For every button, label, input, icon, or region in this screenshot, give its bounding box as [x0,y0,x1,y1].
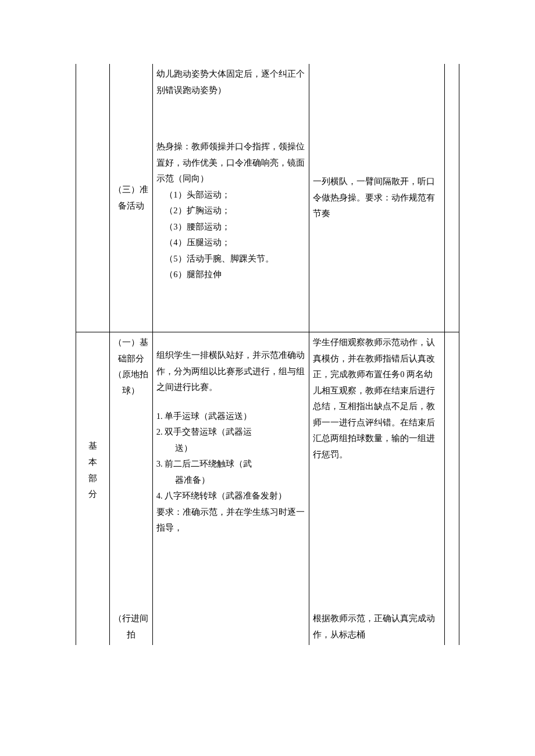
text: 一列横队，一臂间隔散开，听口令做热身操。要求：动作规范有节奏 [313,177,435,218]
text: 组织学生一排横队站好，并示范准确动作，分为两组以比赛形式进行，组与组之间进行比赛… [156,347,306,396]
cell-blank [152,608,309,645]
text: 根据教师示范，正确认真完成动作，从标志桶 [313,614,435,639]
text: 送） [156,440,306,457]
table-row: （行进间拍 根据教师示范，正确认真完成动作，从标志桶 [76,608,459,645]
cell-blank [444,64,459,332]
cell-student-activity: 根据教师示范，正确认真完成动作，从标志桶 [309,608,444,645]
cell-student-activity: 一列横队，一臂间隔散开，听口令做热身操。要求：动作规范有节奏 [309,64,444,332]
text: 要求：准确示范，并在学生练习时逐一指导， [156,504,306,536]
cell-blank [76,608,110,645]
text: 1. 单手运球（武器运送） [156,409,306,425]
text: （行进间拍 [113,614,148,639]
text: 分 [80,486,106,503]
cell-blank [444,608,459,645]
cell-teacher-activity: 组织学生一排横队站好，并示范准确动作，分为两组以比赛形式进行，组与组之间进行比赛… [152,332,309,609]
cell-section-label: （三）准备活动 [109,64,152,332]
cell-teacher-activity: 幼儿跑动姿势大体固定后，逐个纠正个别错误跑动姿势） 热身操：教师领操并口令指挥，… [152,64,309,332]
text: 学生仔细观察教师示范动作，认真模仿，并在教师指错后认真改正，完成教师布置任务0 … [313,338,435,459]
cell-student-activity: 学生仔细观察教师示范动作，认真模仿，并在教师指错后认真改正，完成教师布置任务0 … [309,332,444,609]
text: 4. 八字环绕转球（武器准备发射） [156,488,306,504]
text: （一）基础部分（原地拍球） [113,338,148,395]
text: 器准备） [156,472,306,489]
text: （5）活动手腕、脚踝关节。 [156,251,306,267]
text: 热身操：教师领操并口令指挥，领操位置好，动作优美，口令准确响亮，镜面示范（同向） [156,139,306,187]
text: 基 [80,438,106,454]
cell-blank [444,332,459,609]
text: 部 [80,471,106,487]
lesson-plan-table: （三）准备活动 幼儿跑动姿势大体固定后，逐个纠正个别错误跑动姿势） 热身操：教师… [76,64,459,645]
text: （3）腰部运动； [156,219,306,235]
table-row: （三）准备活动 幼儿跑动姿势大体固定后，逐个纠正个别错误跑动姿势） 热身操：教师… [76,64,459,332]
text: 幼儿跑动姿势大体固定后，逐个纠正个别错误跑动姿势） [156,66,306,98]
text: （4）压腿运动； [156,235,306,251]
text: 2. 双手交替运球（武器运 [156,424,306,440]
cell-main-section: 基 本 部 分 [76,332,110,609]
text: 3. 前二后二环绕触球（武 [156,456,306,472]
table-row: 基 本 部 分 （一）基础部分（原地拍球） 组织学生一排横队站好，并示范准确动作… [76,332,459,609]
text: （三）准备活动 [113,185,148,210]
text: 本 [80,454,106,471]
text: （6）腿部拉伸 [156,267,306,283]
document-page: （三）准备活动 幼儿跑动姿势大体固定后，逐个纠正个别错误跑动姿势） 热身操：教师… [0,0,535,680]
text: （2）扩胸运动； [156,203,306,219]
text: （1）头部运动； [156,187,306,203]
cell-section-label: （行进间拍 [109,608,152,645]
cell-blank [76,64,110,332]
cell-section-label: （一）基础部分（原地拍球） [109,332,152,609]
